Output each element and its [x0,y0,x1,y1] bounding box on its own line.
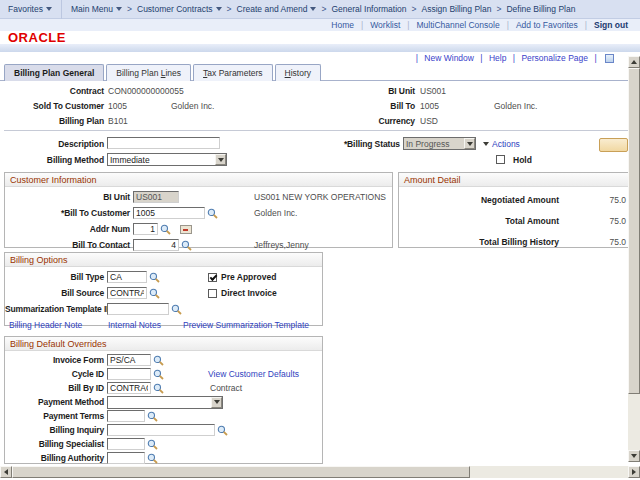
lookup-icon[interactable] [149,288,160,299]
billing-header-note-link[interactable]: Billing Header Note [9,320,82,330]
tab-history[interactable]: History [275,64,321,81]
tab-label: Billing Plan [116,68,160,78]
lookup-icon[interactable] [207,208,218,219]
total-billing-history-row: Total Billing History 75.0 [399,231,628,252]
add-to-favorites-link[interactable]: Add to Favorites [516,20,578,30]
clipped-action-button[interactable] [599,138,628,152]
lookup-icon[interactable] [217,425,228,436]
addr-num-input[interactable] [133,223,158,235]
scroll-down-button[interactable] [628,450,640,462]
page-links: | New Window | Help | Personalize Page | [0,53,614,64]
chevron-down-icon [46,7,52,11]
header-divider [4,130,628,131]
lookup-icon[interactable] [153,355,164,366]
actions-dropdown-icon[interactable] [483,142,489,146]
bill-to-customer-description: Golden Inc. [254,208,297,218]
breadcrumb-item-main-menu[interactable]: Main Menu [71,4,113,14]
bill-source-input[interactable] [107,287,147,299]
billing-inquiry-input[interactable] [107,424,215,436]
breadcrumb-item-customer-contracts[interactable]: Customer Contracts [137,4,213,14]
new-window-link[interactable]: New Window [424,53,474,63]
scroll-right-button[interactable] [628,466,640,478]
breadcrumb-item-create-and-amend[interactable]: Create and Amend [237,4,308,14]
bill-to-contact-input[interactable] [133,239,179,251]
billing-authority-input[interactable] [107,452,145,464]
address-icon[interactable] [180,225,192,234]
scroll-left-button[interactable] [0,466,12,478]
breadcrumb-item-define-billing-plan[interactable]: Define Billing Plan [506,4,575,14]
sign-out-link[interactable]: Sign out [594,20,628,30]
breadcrumb-item-general-information[interactable]: General Information [331,4,406,14]
billing-specialist-field-row: Billing Specialist [5,437,322,451]
scroll-up-button[interactable] [628,56,640,68]
link-separator: | [407,20,409,30]
payment-method-select[interactable] [107,396,223,409]
payment-terms-input[interactable] [107,410,145,422]
description-label: Description [0,139,104,149]
home-link[interactable]: Home [331,20,354,30]
bill-to-customer-input[interactable] [133,207,205,219]
total-amount-value: 75.0 [559,216,628,226]
hold-checkbox[interactable] [496,155,505,164]
negotiated-amount-row: Negotiated Amount 75.0 [399,189,628,210]
preview-summarization-template-link[interactable]: Preview Summarization Template [183,320,309,330]
help-link[interactable]: Help [489,53,506,63]
bi-unit-field-label: BI Unit [5,192,130,202]
tab-billing-plan-general[interactable]: Billing Plan General [4,64,104,81]
vertical-scroll-thumb[interactable] [628,68,640,394]
lookup-icon[interactable] [147,411,158,422]
arrow-down-icon [631,454,637,458]
internal-notes-link[interactable]: Internal Notes [108,320,161,330]
billing-method-select[interactable]: Immediate [107,153,227,166]
lookup-icon[interactable] [149,272,160,283]
bill-to-label: Bill To [330,101,415,111]
billing-authority-label: Billing Authority [5,453,104,463]
payment-method-label: Payment Method [5,397,104,407]
vertical-scrollbar[interactable] [628,56,640,462]
breadcrumb-item-assign-billing-plan[interactable]: Assign Billing Plan [422,4,492,14]
lookup-icon[interactable] [147,453,158,464]
personalize-page-link[interactable]: Personalize Page [521,53,588,63]
direct-invoice-checkbox[interactable] [208,289,217,298]
cycle-id-field-row: Cycle ID View Customer Defaults [5,367,322,381]
header-gradient-strip [0,44,640,52]
currency-value: USD [420,116,438,126]
billing-specialist-input[interactable] [107,438,145,450]
billing-options-title: Billing Options [5,253,322,267]
multichannel-console-link[interactable]: MultiChannel Console [417,20,500,30]
lookup-icon[interactable] [153,383,164,394]
link-separator: | [361,20,363,30]
bill-type-field-row: Bill Type Pre Approved [5,269,322,285]
lookup-icon[interactable] [147,439,158,450]
bill-by-id-description: Contract [210,383,242,393]
bill-to-value: 1005 [420,101,439,111]
lookup-icon[interactable] [181,240,192,251]
tab-tax-parameters[interactable]: Tax Parameters [193,64,273,81]
billing-status-select[interactable]: In Progress [403,137,476,150]
breadcrumb-separator: > [227,4,232,14]
bi-unit-input[interactable] [133,191,179,203]
tab-billing-plan-lines[interactable]: Billing Plan Lines [106,64,191,81]
sold-to-customer-label: Sold To Customer [0,101,104,111]
summarization-template-input[interactable] [107,303,169,315]
invoice-form-input[interactable] [107,354,151,366]
horizontal-scroll-thumb[interactable] [12,466,470,478]
description-input[interactable] [107,137,220,149]
lookup-icon[interactable] [153,369,164,380]
bill-by-id-label: Bill By ID [5,383,104,393]
horizontal-scrollbar[interactable] [0,466,640,478]
currency-label: Currency [330,116,415,126]
bill-type-input[interactable] [107,271,147,283]
bill-by-id-input[interactable] [107,382,151,394]
lookup-icon[interactable] [171,304,182,315]
pre-approved-checkbox[interactable] [208,273,217,282]
actions-link[interactable]: Actions [492,139,520,149]
worklist-link[interactable]: Worklist [370,20,400,30]
billing-method-value: Immediate [108,155,215,165]
lookup-icon[interactable] [160,224,171,235]
cycle-id-input[interactable] [107,368,151,380]
billing-options-links-row: Billing Header Note Internal Notes Previ… [5,317,322,333]
view-customer-defaults-link[interactable]: View Customer Defaults [208,369,299,379]
favorites-menu[interactable]: Favorites [8,4,43,14]
personalize-layout-icon[interactable] [605,54,614,63]
